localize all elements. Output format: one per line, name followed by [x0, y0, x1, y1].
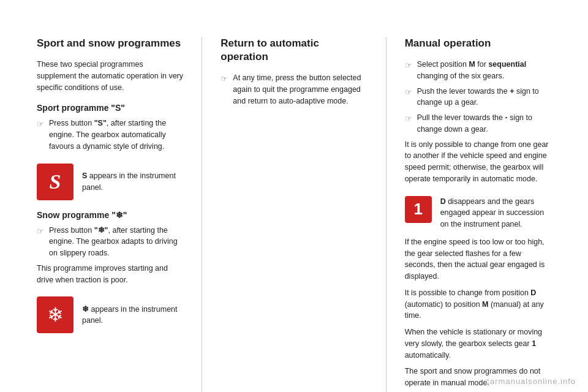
- snow-icon-label: ❄ appears in the instrument panel.: [82, 304, 183, 327]
- col3-title: Manual operation: [405, 37, 551, 50]
- watermark: carmanualsonline.info: [486, 377, 576, 386]
- bullet-arrow-6: ☞: [405, 113, 412, 125]
- divider-1: [202, 37, 202, 392]
- divider-2: [386, 37, 386, 392]
- num-1-icon: 1: [405, 196, 432, 223]
- snow-bullet: ☞ Press button "❄", after starting the e…: [37, 225, 183, 259]
- sport-bullet-text: Press button "S", after starting the eng…: [49, 118, 183, 152]
- num-1-label: 1: [413, 200, 422, 219]
- s-letter: S: [50, 170, 61, 194]
- sport-s-icon: S: [37, 164, 74, 200]
- sport-icon-box: S S appears in the instrument panel.: [37, 164, 183, 200]
- col-return: Return to automatic operation ☞ At any t…: [208, 37, 379, 392]
- manual-bullet-3-text: Pull the lever towards the - sign to cha…: [417, 112, 551, 135]
- snow-bullet-text: Press button "❄", after starting the eng…: [49, 225, 183, 259]
- return-bullet-text: At any time, press the button selected a…: [233, 72, 367, 107]
- snow-snowflake-icon: ❄: [37, 296, 74, 333]
- manual-text3: It is possible to change from position D…: [405, 287, 551, 322]
- snow-text1: This programme improves starting and dri…: [37, 263, 183, 286]
- manual-bullet-1: ☞ Select position M for sequential chang…: [405, 59, 551, 82]
- col-manual: Manual operation ☞ Select position M for…: [393, 37, 564, 392]
- manual-bullet-2-text: Push the lever towards the + sign to cha…: [417, 86, 551, 109]
- manual-num-box: 1 D disappears and the gears engaged app…: [405, 196, 551, 230]
- bullet-arrow-3: ☞: [221, 73, 228, 85]
- manual-bullet-3: ☞ Pull the lever towards the - sign to c…: [405, 112, 551, 135]
- manual-bullet-2: ☞ Push the lever towards the + sign to c…: [405, 86, 551, 109]
- col-sport-snow: Sport and snow programmes These two spec…: [37, 37, 195, 392]
- manual-bullet-1-text: Select position M for sequential changin…: [417, 59, 551, 82]
- col1-title: Sport and snow programmes: [37, 37, 183, 50]
- col1-intro: These two special programmes supplement …: [37, 59, 183, 93]
- sport-icon-label: S appears in the instrument panel.: [82, 170, 183, 194]
- bullet-arrow-1: ☞: [37, 118, 44, 130]
- sport-bullet: ☞ Press button "S", after starting the e…: [37, 118, 183, 152]
- col2-title: Return to automatic operation: [221, 37, 367, 64]
- snow-icon-box: ❄ ❄ appears in the instrument panel.: [37, 296, 183, 333]
- snowflake-symbol: ❄: [47, 303, 64, 326]
- num-icon-label: D disappears and the gears engaged appea…: [440, 196, 551, 230]
- bullet-arrow-4: ☞: [405, 59, 412, 72]
- sport-programme-title: Sport programme "S": [37, 103, 183, 113]
- bullet-arrow-5: ☞: [405, 86, 412, 99]
- manual-text2: If the engine speed is too low or too hi…: [405, 236, 551, 282]
- snow-programme-title: Snow programme "❄": [37, 210, 183, 220]
- manual-text4: When the vehicle is stationary or moving…: [405, 326, 551, 361]
- bullet-arrow-2: ☞: [37, 225, 44, 238]
- manual-text1: It is only possible to change from one g…: [405, 139, 551, 185]
- return-bullet: ☞ At any time, press the button selected…: [221, 72, 367, 107]
